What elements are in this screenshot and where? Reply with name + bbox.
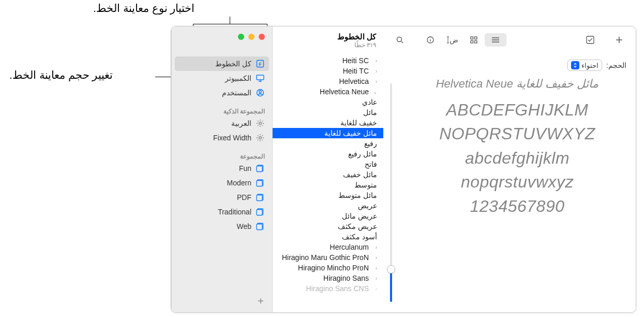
font-family-row[interactable]: ‹Hiragino Sans CNS: [273, 283, 383, 294]
minimize-window-button[interactable]: [248, 34, 254, 40]
svg-point-6: [397, 37, 402, 42]
checkbox-button[interactable]: [581, 33, 600, 47]
svg-rect-4: [475, 41, 477, 44]
sidebar-section-header: المجموعة: [172, 150, 272, 161]
font-family-row[interactable]: ⌄Helvetica Neue: [273, 87, 383, 97]
sidebar-item[interactable]: Fكل الخطوط: [175, 56, 269, 71]
grid-view-button[interactable]: [463, 33, 485, 47]
folder-icon: [256, 207, 265, 217]
plus-button[interactable]: [610, 33, 628, 47]
font-style-row[interactable]: عريض مائل: [273, 211, 383, 221]
sidebar-item[interactable]: PDF: [172, 190, 272, 205]
font-family-name: Heiti TC: [343, 67, 369, 75]
sidebar-item-label: Web: [236, 222, 251, 230]
font-list[interactable]: ‹Heiti SC‹Heiti TC‹Helvetica⌄Helvetica N…: [273, 53, 383, 312]
font-style-row[interactable]: متوسط: [273, 180, 383, 190]
font-family-row[interactable]: ‹Heiti TC: [273, 66, 383, 76]
font-style-row[interactable]: مائل رفيع: [273, 149, 383, 159]
sample-line: abcdefghijklm: [416, 146, 618, 170]
font-style-row[interactable]: مائل: [273, 107, 383, 118]
add-collection-button[interactable]: [257, 297, 265, 307]
preview-pane: ض الحجم: احتواء: [383, 26, 636, 312]
size-value: احتواء: [581, 62, 598, 69]
chevron-left-icon: ‹: [372, 244, 377, 250]
svg-text:F: F: [259, 62, 262, 67]
font-style-row[interactable]: مائل خفيف للغاية: [273, 128, 383, 138]
svg-rect-23: [257, 224, 262, 230]
font-style-row[interactable]: مائل متوسط: [273, 190, 383, 200]
callout-preview-size: تغيير حجم معاينة الخط.: [9, 69, 154, 81]
search-button[interactable]: [391, 33, 409, 47]
font-family-name: Hiragino Sans: [323, 274, 369, 282]
chevron-left-icon: ‹: [372, 255, 377, 261]
sidebar-item[interactable]: Web: [172, 219, 272, 234]
gear-icon: [256, 133, 265, 142]
font-style-row[interactable]: فاتح: [273, 159, 383, 169]
collection-count: ٣١٩ خطًا: [280, 41, 376, 49]
sample-font-name: مائل خفيف للغاية Helvetica Neue: [416, 77, 618, 91]
folder-icon: [256, 193, 265, 202]
info-view-button[interactable]: [420, 33, 441, 47]
sidebar-item-label: كل الخطوط: [215, 60, 251, 68]
svg-rect-19: [257, 195, 262, 201]
slider-knob[interactable]: [387, 265, 395, 273]
font-family-row[interactable]: ‹Herculanum: [273, 242, 383, 252]
font-family-name: Hiragino Maru Gothic ProN: [282, 253, 369, 262]
size-dropdown[interactable]: احتواء: [567, 60, 602, 71]
svg-rect-3: [471, 41, 473, 44]
sidebar-item-label: المستخدم: [222, 89, 251, 97]
font-style-row[interactable]: رفيع: [273, 138, 383, 149]
zoom-window-button[interactable]: [238, 34, 244, 40]
font-family-row[interactable]: ‹Hiragino Maru Gothic ProN: [273, 252, 383, 263]
computer-icon: [256, 74, 265, 83]
sidebar-item-label: PDF: [237, 193, 251, 201]
font-family-row[interactable]: ‹Heiti SC: [273, 55, 383, 66]
font-style-row[interactable]: عريض مكثف: [273, 221, 383, 232]
sidebar-item[interactable]: الكمبيوتر: [172, 71, 272, 85]
font-family-name: Helvetica Neue: [320, 88, 369, 96]
font-family-row[interactable]: ‹Helvetica: [273, 76, 383, 87]
svg-rect-0: [587, 36, 594, 44]
chevron-updown-icon: [571, 61, 579, 69]
chevron-left-icon: ‹: [372, 265, 377, 271]
preview-body: مائل خفيف للغاية Helvetica Neue ABCDEFGH…: [383, 73, 636, 312]
svg-rect-15: [257, 166, 262, 172]
font-style-row[interactable]: عريض: [273, 200, 383, 211]
chevron-left-icon: ‹: [372, 58, 377, 64]
library-icon: F: [256, 59, 265, 68]
font-family-row[interactable]: ‹Hiragino Sans: [273, 273, 383, 283]
sidebar: Fكل الخطوطالكمبيوترالمستخدمالمجموعة الذك…: [171, 26, 272, 312]
sample-line: nopqrstuvwxyz: [416, 170, 618, 194]
sample-text: مائل خفيف للغاية Helvetica Neue ABCDEFGH…: [399, 73, 636, 312]
svg-point-13: [259, 137, 262, 139]
font-style-row[interactable]: خفيف للغاية: [273, 118, 383, 128]
sidebar-item[interactable]: Fixed Width: [172, 131, 272, 145]
custom-view-button[interactable]: ض: [441, 33, 463, 47]
chevron-left-icon: ‹: [372, 286, 377, 292]
chevron-left-icon: ‹: [372, 68, 377, 74]
size-slider[interactable]: [383, 73, 399, 312]
font-style-row[interactable]: مائل خفيف: [273, 169, 383, 180]
sidebar-item[interactable]: العربية: [172, 116, 272, 131]
chevron-left-icon: ‹: [372, 79, 377, 84]
font-book-window: ض الحجم: احتواء: [171, 26, 636, 313]
sidebar-item[interactable]: المستخدم: [172, 85, 272, 100]
sidebar-item[interactable]: Modern: [172, 176, 272, 190]
svg-rect-2: [475, 37, 477, 39]
sidebar-item-label: Fun: [239, 164, 251, 172]
sidebar-item[interactable]: Traditional: [172, 205, 272, 219]
svg-rect-21: [257, 210, 262, 215]
sample-view-button[interactable]: [485, 33, 506, 47]
close-window-button[interactable]: [259, 34, 265, 40]
sample-line: NOPQRSTUVWXYZ: [416, 122, 618, 146]
font-style-row[interactable]: أسود مكثف: [273, 232, 383, 242]
sample-line: 1234567890: [416, 194, 618, 218]
font-style-row[interactable]: عادي: [273, 97, 383, 107]
font-family-name: Herculanum: [330, 243, 369, 251]
sidebar-item[interactable]: Fun: [172, 161, 272, 176]
folder-icon: [256, 222, 265, 231]
sidebar-item-label: Modern: [227, 179, 251, 187]
font-family-row[interactable]: ‹Hiragino Mincho ProN: [273, 263, 383, 273]
font-family-name: Helvetica: [339, 77, 369, 85]
font-list-header: كل الخطوط ٣١٩ خطًا: [273, 26, 383, 53]
